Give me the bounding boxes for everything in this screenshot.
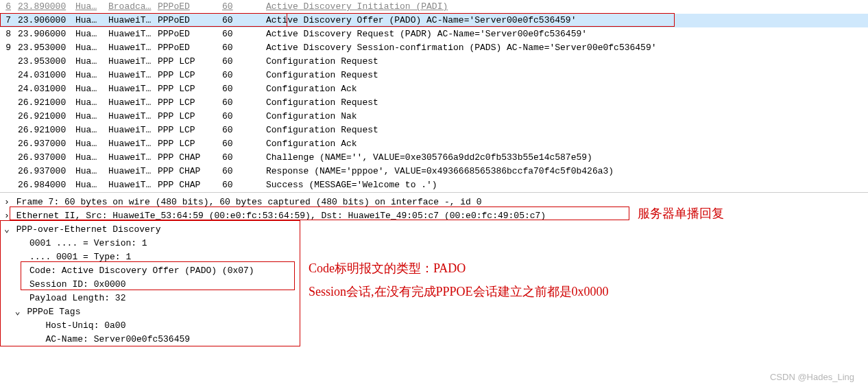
col-time: 26.984000	[14, 178, 75, 192]
col-no	[0, 69, 14, 82]
tree-hostuniq[interactable]: Host-Uniq: 0a00	[0, 319, 868, 333]
tree-frame[interactable]: › Frame 7: 60 bytes on wire (480 bits), …	[0, 196, 868, 209]
col-proto: PPP CHAP	[158, 178, 222, 192]
col-time: 23.906000	[14, 14, 75, 27]
packet-row[interactable]: 26.984000Hua…HuaweiT…PPP CHAP60Success (…	[0, 178, 868, 192]
col-info: Configuration Request	[266, 96, 868, 110]
packet-details[interactable]: › Frame 7: 60 bytes on wire (480 bits), …	[0, 193, 868, 346]
col-proto: PPP LCP	[158, 55, 222, 69]
packet-row[interactable]: 26.921000Hua…HuaweiT…PPP LCP60Configurat…	[0, 110, 868, 123]
packet-row[interactable]: 26.921000Hua…HuaweiT…PPP LCP60Configurat…	[0, 123, 868, 137]
tree-ethernet[interactable]: › Ethernet II, Src: HuaweiTe_53:64:59 (0…	[0, 209, 868, 223]
packet-row[interactable]: 623.890000Hua…Broadca…PPPoED60Active Dis…	[0, 0, 868, 14]
col-src: Hua…	[75, 123, 108, 137]
packet-row[interactable]: 23.953000Hua…HuaweiT…PPP LCP60Configurat…	[0, 55, 868, 69]
col-len: 60	[222, 69, 266, 82]
col-dst: HuaweiT…	[108, 27, 158, 41]
col-len: 60	[222, 151, 266, 165]
col-len: 60	[222, 55, 266, 69]
col-time: 26.921000	[14, 96, 75, 110]
col-src: Hua…	[75, 41, 108, 55]
col-time: 26.937000	[14, 165, 75, 178]
col-no: 9	[0, 41, 14, 55]
col-proto: PPP CHAP	[158, 151, 222, 165]
col-dst: HuaweiT…	[108, 55, 158, 69]
col-time: 24.031000	[14, 69, 75, 82]
col-time: 24.031000	[14, 82, 75, 96]
col-time: 23.906000	[14, 27, 75, 41]
col-info: Configuration Request	[266, 123, 868, 137]
col-no	[0, 110, 14, 123]
packet-row[interactable]: 26.921000Hua…HuaweiT…PPP LCP60Configurat…	[0, 96, 868, 110]
col-src: Hua…	[75, 96, 108, 110]
col-no	[0, 55, 14, 69]
col-proto: PPP LCP	[158, 96, 222, 110]
packet-row[interactable]: 24.031000Hua…HuaweiT…PPP LCP60Configurat…	[0, 82, 868, 96]
col-proto: PPP LCP	[158, 123, 222, 137]
col-proto: PPPoED	[158, 14, 222, 27]
col-proto: PPPoED	[158, 27, 222, 41]
col-time: 23.890000	[14, 0, 75, 14]
annotation-3: Session会话,在没有完成PPPOE会话建立之前都是0x0000	[309, 285, 609, 298]
col-proto: PPPoED	[158, 41, 222, 55]
col-len: 60	[222, 165, 266, 178]
packet-row[interactable]: 26.937000Hua…HuaweiT…PPP CHAP60Response …	[0, 165, 868, 178]
col-info: Success (MESSAGE='Welcome to .')	[266, 178, 868, 192]
annotation-2: Code标明报文的类型：PADO	[309, 261, 466, 275]
col-len: 60	[222, 27, 266, 41]
col-proto: PPP LCP	[158, 137, 222, 151]
tree-version[interactable]: 0001 .... = Version: 1	[0, 237, 868, 250]
col-no	[0, 82, 14, 96]
chevron-right-icon[interactable]: ›	[3, 196, 11, 209]
col-no	[0, 137, 14, 151]
col-info: Active Discovery Session-confirmation (P…	[266, 41, 868, 55]
col-info: Configuration Nak	[266, 110, 868, 123]
packet-row[interactable]: 24.031000Hua…HuaweiT…PPP LCP60Configurat…	[0, 69, 868, 82]
col-len: 60	[222, 82, 266, 96]
col-no	[0, 151, 14, 165]
col-info: Response (NAME='pppoe', VALUE=0x49366685…	[266, 165, 868, 178]
col-info: Configuration Request	[266, 69, 868, 82]
col-len: 60	[222, 14, 266, 27]
tree-tags[interactable]: ⌄ PPPoE Tags	[0, 305, 868, 319]
col-proto: PPP LCP	[158, 69, 222, 82]
col-src: Hua…	[75, 82, 108, 96]
col-proto: PPP LCP	[158, 82, 222, 96]
tree-pppoe[interactable]: ⌄ PPP-over-Ethernet Discovery	[0, 223, 868, 237]
col-dst: HuaweiT…	[108, 82, 158, 96]
col-no: 8	[0, 27, 14, 41]
col-dst: HuaweiT…	[108, 41, 158, 55]
col-proto: PPPoED	[158, 0, 222, 14]
packet-row[interactable]: 26.937000Hua…HuaweiT…PPP LCP60Configurat…	[0, 137, 868, 151]
col-src: Hua…	[75, 69, 108, 82]
packet-row[interactable]: 26.937000Hua…HuaweiT…PPP CHAP60Challenge…	[0, 151, 868, 165]
col-no	[0, 178, 14, 192]
col-len: 60	[222, 123, 266, 137]
col-proto: PPP CHAP	[158, 165, 222, 178]
col-dst: HuaweiT…	[108, 14, 158, 27]
chevron-down-icon[interactable]: ⌄	[3, 223, 11, 237]
col-dst: HuaweiT…	[108, 178, 158, 192]
col-src: Hua…	[75, 27, 108, 41]
col-time: 23.953000	[14, 55, 75, 69]
col-proto: PPP LCP	[158, 110, 222, 123]
packet-row[interactable]: 823.906000Hua…HuaweiT…PPPoED60Active Dis…	[0, 27, 868, 41]
col-time: 26.937000	[14, 137, 75, 151]
tree-acname[interactable]: AC-Name: Server00e0fc536459	[0, 333, 868, 346]
chevron-right-icon[interactable]: ›	[3, 209, 11, 223]
col-no: 6	[0, 0, 14, 14]
chevron-down-icon[interactable]: ⌄	[14, 305, 22, 319]
col-len: 60	[222, 41, 266, 55]
col-dst: HuaweiT…	[108, 123, 158, 137]
col-len: 60	[222, 110, 266, 123]
packet-list[interactable]: 623.890000Hua…Broadca…PPPoED60Active Dis…	[0, 0, 868, 193]
col-src: Hua…	[75, 14, 108, 27]
packet-row[interactable]: 723.906000Hua…HuaweiT…PPPoED60Active Dis…	[0, 14, 868, 27]
packet-row[interactable]: 923.953000Hua…HuaweiT…PPPoED60Active Dis…	[0, 41, 868, 55]
col-len: 60	[222, 178, 266, 192]
col-time: 26.921000	[14, 110, 75, 123]
col-len: 60	[222, 0, 266, 14]
col-src: Hua…	[75, 110, 108, 123]
col-len: 60	[222, 96, 266, 110]
col-dst: HuaweiT…	[108, 110, 158, 123]
